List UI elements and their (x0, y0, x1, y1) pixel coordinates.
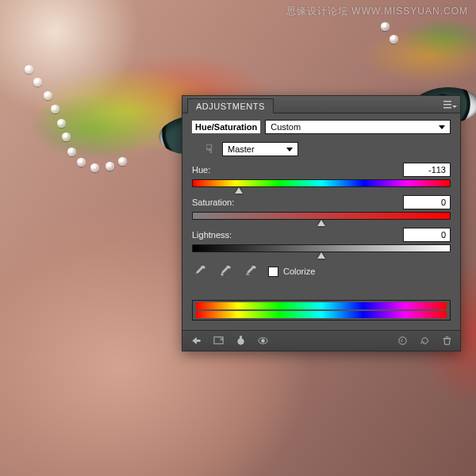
previous-state-icon[interactable] (395, 334, 409, 348)
chevron-down-icon (286, 148, 293, 152)
eyedropper-icon[interactable] (192, 263, 208, 279)
spectrum-preview (192, 300, 451, 321)
hue-group: Hue: (192, 163, 451, 187)
colorize-checkbox[interactable] (268, 267, 278, 277)
hue-label: Hue: (192, 165, 210, 175)
expand-icon[interactable] (211, 334, 225, 348)
preset-select[interactable]: Custom (265, 120, 451, 134)
trash-icon[interactable] (440, 334, 454, 348)
panel-tab-adjustments[interactable]: ADJUSTMENTS (187, 98, 274, 113)
reset-icon[interactable] (417, 334, 432, 348)
gem-decoration (51, 105, 60, 113)
watermark-text: 思缘设计论坛 WWW.MISSYUAN.COM (286, 5, 468, 18)
targeted-adjust-icon[interactable]: ☟ (200, 142, 217, 156)
spectrum-bar-top (196, 302, 447, 309)
lightness-group: Lightness: (192, 228, 451, 252)
hue-input[interactable] (403, 163, 451, 177)
preset-select-value: Custom (271, 122, 301, 132)
gem-decoration (62, 132, 71, 141)
saturation-slider[interactable] (192, 212, 451, 220)
gem-decoration (77, 158, 86, 167)
eyedropper-subtract-icon[interactable] (243, 263, 259, 279)
channel-select[interactable]: Master (222, 142, 298, 156)
gem-decoration (33, 78, 42, 86)
gem-decoration (390, 35, 398, 44)
saturation-input[interactable] (403, 195, 451, 209)
eyedropper-add-icon[interactable] (217, 263, 233, 279)
colorize-label: Colorize (283, 267, 315, 276)
svg-point-5 (398, 337, 405, 344)
hue-slider[interactable] (192, 179, 451, 187)
gem-decoration (25, 65, 33, 74)
clip-icon[interactable] (233, 334, 248, 348)
panel-body: Hue/Saturation Custom ☟ Master Hue: (182, 113, 460, 330)
chevron-down-icon (439, 125, 445, 129)
lightness-thumb[interactable] (317, 252, 325, 259)
gem-decoration (90, 163, 99, 172)
spectrum-bar-bottom (196, 311, 447, 318)
hue-thumb[interactable] (235, 187, 243, 194)
gem-decoration (381, 22, 390, 31)
panel-menu-icon[interactable] (441, 100, 455, 109)
svg-rect-2 (240, 336, 241, 340)
gem-decoration (67, 148, 76, 156)
saturation-label: Saturation: (192, 198, 234, 207)
adjustment-title: Hue/Saturation (192, 121, 260, 133)
gem-decoration (118, 157, 127, 166)
panel-footer (182, 330, 460, 351)
gem-decoration (106, 162, 114, 171)
panel-header: ADJUSTMENTS (182, 96, 460, 113)
adjustments-panel: ADJUSTMENTS Hue/Saturation Custom ☟ Mast… (182, 95, 461, 351)
lightness-slider[interactable] (192, 244, 451, 252)
saturation-thumb[interactable] (317, 220, 325, 226)
channel-select-value: Master (228, 144, 255, 154)
gem-decoration (44, 91, 52, 100)
gem-decoration (57, 119, 66, 128)
saturation-group: Saturation: (192, 195, 451, 220)
back-icon[interactable] (189, 334, 203, 348)
lightness-input[interactable] (403, 228, 451, 242)
visibility-icon[interactable] (255, 334, 270, 348)
svg-rect-0 (213, 337, 222, 344)
lightness-label: Lightness: (192, 230, 232, 240)
svg-point-4 (261, 340, 264, 343)
